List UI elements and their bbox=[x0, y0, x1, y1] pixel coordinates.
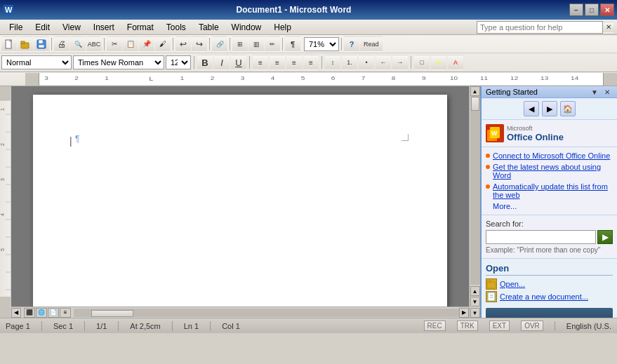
link-news-text[interactable]: Get the latest news about using Word bbox=[493, 163, 613, 180]
font-select[interactable]: Times New RomanArialCalibri bbox=[73, 55, 164, 69]
menu-tools[interactable]: Tools bbox=[160, 20, 192, 34]
print-button[interactable]: 🖨 bbox=[54, 36, 69, 52]
copy-button[interactable]: 📋 bbox=[123, 36, 138, 52]
v-scroll-track[interactable] bbox=[470, 96, 480, 285]
open-file-text[interactable]: Open... bbox=[500, 280, 525, 288]
align-left-button[interactable]: ≡ bbox=[253, 55, 268, 70]
link-autoupdate-text[interactable]: Automatically update this list from the … bbox=[493, 182, 613, 199]
status-rec[interactable]: REC bbox=[424, 321, 446, 331]
status-lang: English (U.S. bbox=[566, 322, 611, 330]
menu-help[interactable]: Help bbox=[267, 20, 298, 34]
status-trk[interactable]: TRK bbox=[457, 321, 478, 331]
scroll-down-button[interactable]: ▼ bbox=[470, 308, 480, 318]
print-preview-button[interactable]: 🔍 bbox=[70, 36, 86, 52]
italic-button[interactable]: I bbox=[214, 55, 230, 70]
style-select[interactable]: NormalHeading 1Heading 2 bbox=[1, 55, 72, 69]
open-button[interactable] bbox=[18, 36, 33, 52]
scroll-up-button[interactable]: ▲ bbox=[470, 86, 480, 96]
vertical-scrollbar[interactable]: ▲ ▲ ▼ ▼ bbox=[469, 86, 480, 318]
zoom-select[interactable]: 71%100%150% bbox=[304, 37, 339, 51]
underline-button[interactable]: U bbox=[231, 55, 246, 70]
numbering-button[interactable]: 1. bbox=[342, 55, 357, 70]
menu-edit[interactable]: Edit bbox=[29, 20, 56, 34]
normal-view-button[interactable]: ⬛ bbox=[24, 308, 35, 318]
svg-rect-4 bbox=[21, 41, 25, 43]
font-color-button[interactable]: A bbox=[448, 55, 463, 70]
show-paragraph-button[interactable]: ¶ bbox=[285, 36, 300, 52]
print-view-button[interactable]: 📄 bbox=[48, 308, 59, 318]
menu-table[interactable]: Table bbox=[192, 20, 225, 34]
h-scroll-thumb[interactable] bbox=[91, 310, 133, 317]
read-button[interactable]: Read bbox=[360, 36, 383, 52]
table-button[interactable]: ⊞ bbox=[232, 36, 248, 52]
open-title: Open bbox=[486, 263, 613, 276]
expand-down-button[interactable]: ▼ bbox=[470, 297, 480, 306]
search-input[interactable] bbox=[486, 230, 596, 244]
status-ext[interactable]: EXT bbox=[489, 321, 510, 331]
cut-button[interactable]: ✂ bbox=[107, 36, 122, 52]
restore-button[interactable]: □ bbox=[585, 4, 599, 16]
outline-view-button[interactable]: ≡ bbox=[60, 308, 71, 318]
link-connect-text[interactable]: Connect to Microsoft Office Online bbox=[493, 151, 610, 160]
redo-button[interactable]: ↪ bbox=[192, 36, 207, 52]
highlight-button[interactable]: A bbox=[431, 55, 446, 70]
link-autoupdate[interactable]: Automatically update this list from the … bbox=[486, 182, 613, 199]
nav-forward-button[interactable]: ▶ bbox=[542, 101, 557, 116]
increase-indent-button[interactable]: → bbox=[392, 55, 408, 70]
text-cursor: | bbox=[69, 135, 72, 147]
bold-button[interactable]: B bbox=[197, 55, 213, 70]
columns-button[interactable]: ▥ bbox=[248, 36, 264, 52]
hyperlink-button[interactable]: 🔗 bbox=[212, 36, 227, 52]
create-new-text[interactable]: Create a new document... bbox=[500, 292, 588, 301]
decrease-indent-button[interactable]: ← bbox=[376, 55, 391, 70]
scroll-right-button[interactable]: ▶ bbox=[459, 308, 469, 318]
main-area: 1 2 3 4 5 | ¶ bbox=[0, 86, 617, 318]
status-sep1 bbox=[41, 321, 42, 331]
panel-close-button[interactable]: ✕ bbox=[602, 86, 613, 97]
search-section: Search for: ▶ Example: "Print more than … bbox=[482, 215, 617, 258]
more-link[interactable]: More... bbox=[486, 202, 613, 210]
document-page[interactable]: | ¶ bbox=[33, 95, 447, 306]
search-go-button[interactable]: ▶ bbox=[597, 230, 613, 244]
scroll-left-button[interactable]: ◀ bbox=[11, 308, 21, 318]
nav-back-button[interactable]: ◀ bbox=[524, 101, 539, 116]
help-search-close[interactable]: ✕ bbox=[603, 22, 614, 33]
nav-home-button[interactable]: 🏠 bbox=[560, 101, 576, 116]
align-right-button[interactable]: ≡ bbox=[286, 55, 302, 70]
spelling-button[interactable]: ABC bbox=[86, 36, 102, 52]
expand-up-button[interactable]: ▲ bbox=[470, 286, 480, 296]
undo-button[interactable]: ↩ bbox=[175, 36, 191, 52]
line-spacing-button[interactable]: ↕ bbox=[325, 55, 340, 70]
save-button[interactable] bbox=[34, 36, 49, 52]
close-button[interactable]: ✕ bbox=[600, 4, 614, 16]
paste-button[interactable]: 📌 bbox=[139, 36, 154, 52]
menu-file[interactable]: File bbox=[3, 20, 29, 34]
help-search-input[interactable] bbox=[477, 21, 603, 34]
open-file-link[interactable]: Open... bbox=[486, 278, 613, 290]
outside-border-button[interactable]: □ bbox=[414, 55, 430, 70]
link-connect[interactable]: Connect to Microsoft Office Online bbox=[486, 151, 613, 160]
align-center-button[interactable]: ≡ bbox=[270, 55, 285, 70]
drawing-button[interactable]: ✏ bbox=[265, 36, 280, 52]
status-ovr[interactable]: OVR bbox=[521, 321, 543, 331]
h-scroll-track[interactable] bbox=[74, 309, 459, 317]
help-button[interactable]: ? bbox=[344, 36, 359, 52]
horizontal-scrollbar[interactable]: ◀ ⬛ 🌐 📄 ≡ ▶ bbox=[11, 306, 469, 318]
size-select[interactable]: 12101416 bbox=[166, 55, 191, 69]
format-painter-button[interactable]: 🖌 bbox=[155, 36, 171, 52]
v-scroll-thumb[interactable] bbox=[471, 97, 479, 111]
bullets-button[interactable]: • bbox=[359, 55, 374, 70]
menu-window[interactable]: Window bbox=[225, 20, 268, 34]
menu-insert[interactable]: Insert bbox=[87, 20, 121, 34]
panel-dropdown-button[interactable]: ▼ bbox=[589, 86, 600, 97]
web-view-button[interactable]: 🌐 bbox=[36, 308, 47, 318]
link-news[interactable]: Get the latest news about using Word bbox=[486, 163, 613, 180]
document-scroll[interactable]: | ¶ bbox=[11, 86, 469, 306]
create-new-link[interactable]: Create a new document... bbox=[486, 291, 613, 302]
menu-format[interactable]: Format bbox=[121, 20, 160, 34]
new-button[interactable] bbox=[1, 36, 17, 52]
minimize-button[interactable]: − bbox=[569, 4, 583, 16]
justify-button[interactable]: ≡ bbox=[303, 55, 319, 70]
status-at: At 2,5cm bbox=[130, 322, 160, 330]
menu-view[interactable]: View bbox=[56, 20, 87, 34]
